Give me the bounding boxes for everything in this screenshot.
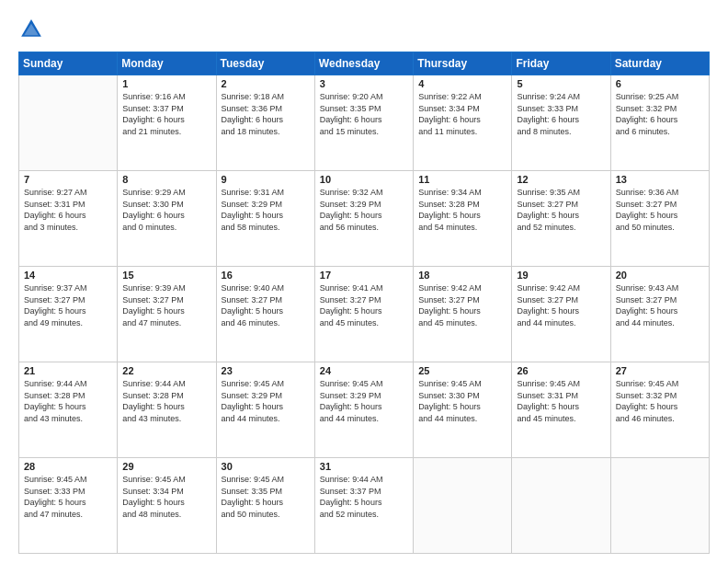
table-row: 9Sunrise: 9:31 AM Sunset: 3:29 PM Daylig… xyxy=(216,171,314,267)
logo-icon xyxy=(18,17,44,42)
day-info: Sunrise: 9:16 AM Sunset: 3:37 PM Dayligh… xyxy=(122,91,210,137)
table-row: 10Sunrise: 9:32 AM Sunset: 3:29 PM Dayli… xyxy=(314,171,413,267)
day-info: Sunrise: 9:24 AM Sunset: 3:33 PM Dayligh… xyxy=(517,91,605,137)
table-row: 26Sunrise: 9:45 AM Sunset: 3:31 PM Dayli… xyxy=(512,362,610,458)
table-row: 16Sunrise: 9:40 AM Sunset: 3:27 PM Dayli… xyxy=(216,267,314,362)
day-number: 19 xyxy=(517,270,605,281)
table-row xyxy=(19,75,118,171)
table-row: 30Sunrise: 9:45 AM Sunset: 3:35 PM Dayli… xyxy=(216,458,314,554)
table-row: 27Sunrise: 9:45 AM Sunset: 3:32 PM Dayli… xyxy=(610,362,709,458)
day-number: 11 xyxy=(418,174,506,185)
table-row: 5Sunrise: 9:24 AM Sunset: 3:33 PM Daylig… xyxy=(512,75,610,171)
day-number: 23 xyxy=(222,365,310,376)
day-info: Sunrise: 9:37 AM Sunset: 3:27 PM Dayligh… xyxy=(24,282,112,328)
day-number: 4 xyxy=(418,78,506,89)
day-number: 2 xyxy=(222,78,310,89)
table-row: 19Sunrise: 9:42 AM Sunset: 3:27 PM Dayli… xyxy=(512,267,610,362)
day-number: 7 xyxy=(24,174,112,185)
day-info: Sunrise: 9:34 AM Sunset: 3:28 PM Dayligh… xyxy=(418,187,506,233)
col-friday: Friday xyxy=(512,52,610,75)
table-row: 12Sunrise: 9:35 AM Sunset: 3:27 PM Dayli… xyxy=(512,171,610,267)
day-info: Sunrise: 9:45 AM Sunset: 3:29 PM Dayligh… xyxy=(222,378,310,424)
day-number: 27 xyxy=(616,365,704,376)
day-info: Sunrise: 9:45 AM Sunset: 3:32 PM Dayligh… xyxy=(616,378,704,424)
table-row: 18Sunrise: 9:42 AM Sunset: 3:27 PM Dayli… xyxy=(414,267,512,362)
day-info: Sunrise: 9:40 AM Sunset: 3:27 PM Dayligh… xyxy=(222,282,310,328)
table-row xyxy=(610,458,709,554)
table-row: 6Sunrise: 9:25 AM Sunset: 3:32 PM Daylig… xyxy=(610,75,709,171)
day-number: 22 xyxy=(122,365,210,376)
col-monday: Monday xyxy=(118,52,216,75)
calendar: Sunday Monday Tuesday Wednesday Thursday… xyxy=(18,52,710,554)
table-row: 3Sunrise: 9:20 AM Sunset: 3:35 PM Daylig… xyxy=(314,75,413,171)
table-row: 17Sunrise: 9:41 AM Sunset: 3:27 PM Dayli… xyxy=(314,267,413,362)
col-tuesday: Tuesday xyxy=(216,52,314,75)
day-number: 18 xyxy=(418,270,506,281)
day-info: Sunrise: 9:45 AM Sunset: 3:31 PM Dayligh… xyxy=(517,378,605,424)
table-row: 8Sunrise: 9:29 AM Sunset: 3:30 PM Daylig… xyxy=(118,171,216,267)
day-number: 14 xyxy=(24,270,112,281)
day-info: Sunrise: 9:22 AM Sunset: 3:34 PM Dayligh… xyxy=(418,91,506,137)
calendar-week-row: 28Sunrise: 9:45 AM Sunset: 3:33 PM Dayli… xyxy=(19,458,710,554)
page: Sunday Monday Tuesday Wednesday Thursday… xyxy=(0,0,728,563)
day-number: 12 xyxy=(517,174,605,185)
day-number: 20 xyxy=(616,270,704,281)
logo xyxy=(18,17,48,42)
table-row: 24Sunrise: 9:45 AM Sunset: 3:29 PM Dayli… xyxy=(314,362,413,458)
day-number: 6 xyxy=(616,78,704,89)
table-row: 15Sunrise: 9:39 AM Sunset: 3:27 PM Dayli… xyxy=(118,267,216,362)
day-info: Sunrise: 9:20 AM Sunset: 3:35 PM Dayligh… xyxy=(320,91,408,137)
day-info: Sunrise: 9:32 AM Sunset: 3:29 PM Dayligh… xyxy=(320,187,408,233)
table-row: 4Sunrise: 9:22 AM Sunset: 3:34 PM Daylig… xyxy=(414,75,512,171)
day-info: Sunrise: 9:42 AM Sunset: 3:27 PM Dayligh… xyxy=(517,282,605,328)
header xyxy=(18,17,710,42)
day-info: Sunrise: 9:45 AM Sunset: 3:30 PM Dayligh… xyxy=(418,378,506,424)
day-info: Sunrise: 9:42 AM Sunset: 3:27 PM Dayligh… xyxy=(418,282,506,328)
day-number: 31 xyxy=(320,461,408,472)
table-row: 22Sunrise: 9:44 AM Sunset: 3:28 PM Dayli… xyxy=(118,362,216,458)
day-info: Sunrise: 9:45 AM Sunset: 3:33 PM Dayligh… xyxy=(24,474,112,520)
table-row: 21Sunrise: 9:44 AM Sunset: 3:28 PM Dayli… xyxy=(19,362,118,458)
day-info: Sunrise: 9:45 AM Sunset: 3:35 PM Dayligh… xyxy=(222,474,310,520)
table-row: 13Sunrise: 9:36 AM Sunset: 3:27 PM Dayli… xyxy=(610,171,709,267)
day-info: Sunrise: 9:36 AM Sunset: 3:27 PM Dayligh… xyxy=(616,187,704,233)
table-row: 23Sunrise: 9:45 AM Sunset: 3:29 PM Dayli… xyxy=(216,362,314,458)
table-row: 28Sunrise: 9:45 AM Sunset: 3:33 PM Dayli… xyxy=(19,458,118,554)
table-row xyxy=(512,458,610,554)
col-thursday: Thursday xyxy=(414,52,512,75)
col-saturday: Saturday xyxy=(610,52,709,75)
day-number: 17 xyxy=(320,270,408,281)
day-number: 29 xyxy=(122,461,210,472)
day-number: 28 xyxy=(24,461,112,472)
day-number: 5 xyxy=(517,78,605,89)
day-info: Sunrise: 9:29 AM Sunset: 3:30 PM Dayligh… xyxy=(122,187,210,233)
table-row: 1Sunrise: 9:16 AM Sunset: 3:37 PM Daylig… xyxy=(118,75,216,171)
col-sunday: Sunday xyxy=(19,52,118,75)
table-row: 14Sunrise: 9:37 AM Sunset: 3:27 PM Dayli… xyxy=(19,267,118,362)
table-row: 29Sunrise: 9:45 AM Sunset: 3:34 PM Dayli… xyxy=(118,458,216,554)
day-info: Sunrise: 9:43 AM Sunset: 3:27 PM Dayligh… xyxy=(616,282,704,328)
day-info: Sunrise: 9:27 AM Sunset: 3:31 PM Dayligh… xyxy=(24,187,112,233)
day-number: 25 xyxy=(418,365,506,376)
day-number: 21 xyxy=(24,365,112,376)
day-info: Sunrise: 9:31 AM Sunset: 3:29 PM Dayligh… xyxy=(222,187,310,233)
day-number: 26 xyxy=(517,365,605,376)
calendar-header-row: Sunday Monday Tuesday Wednesday Thursday… xyxy=(19,52,710,75)
calendar-week-row: 14Sunrise: 9:37 AM Sunset: 3:27 PM Dayli… xyxy=(19,267,710,362)
day-info: Sunrise: 9:44 AM Sunset: 3:28 PM Dayligh… xyxy=(24,378,112,424)
day-number: 9 xyxy=(222,174,310,185)
day-info: Sunrise: 9:44 AM Sunset: 3:28 PM Dayligh… xyxy=(122,378,210,424)
day-number: 1 xyxy=(122,78,210,89)
table-row: 25Sunrise: 9:45 AM Sunset: 3:30 PM Dayli… xyxy=(414,362,512,458)
day-info: Sunrise: 9:41 AM Sunset: 3:27 PM Dayligh… xyxy=(320,282,408,328)
table-row xyxy=(414,458,512,554)
day-info: Sunrise: 9:25 AM Sunset: 3:32 PM Dayligh… xyxy=(616,91,704,137)
calendar-week-row: 7Sunrise: 9:27 AM Sunset: 3:31 PM Daylig… xyxy=(19,171,710,267)
table-row: 7Sunrise: 9:27 AM Sunset: 3:31 PM Daylig… xyxy=(19,171,118,267)
day-number: 13 xyxy=(616,174,704,185)
day-number: 16 xyxy=(222,270,310,281)
day-number: 15 xyxy=(122,270,210,281)
table-row: 11Sunrise: 9:34 AM Sunset: 3:28 PM Dayli… xyxy=(414,171,512,267)
day-number: 3 xyxy=(320,78,408,89)
day-info: Sunrise: 9:35 AM Sunset: 3:27 PM Dayligh… xyxy=(517,187,605,233)
